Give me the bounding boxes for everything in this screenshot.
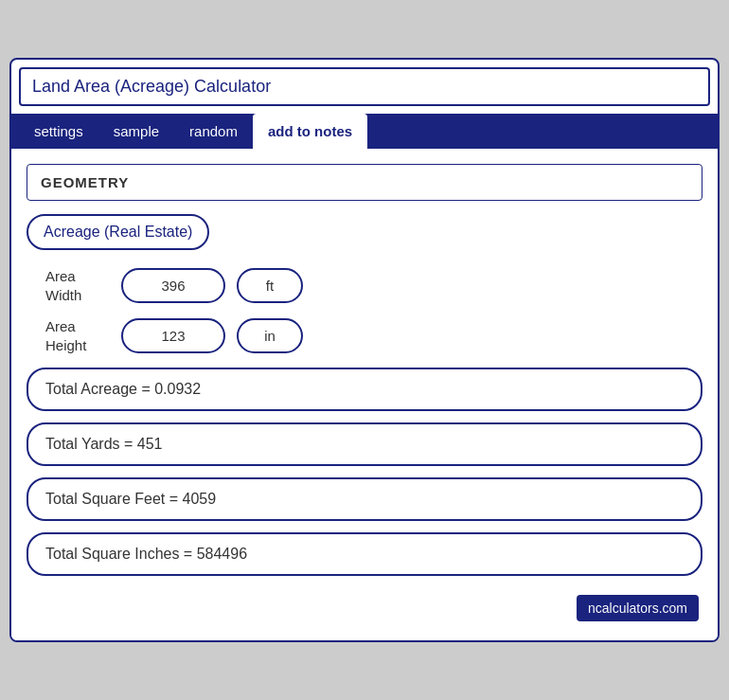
tab-settings[interactable]: settings — [19, 114, 98, 149]
section-header: GEOMETRY — [27, 164, 702, 201]
result-total-sq-feet: Total Square Feet = 4059 — [27, 477, 702, 521]
watermark-area: ncalculators.com — [27, 587, 702, 625]
result-total-yards: Total Yards = 451 — [27, 422, 702, 466]
field-row-height: AreaHeight in — [27, 317, 702, 354]
field-label-width: AreaWidth — [45, 267, 121, 304]
subsection-label: Acreage (Real Estate) — [27, 214, 209, 250]
area-width-input[interactable] — [121, 268, 225, 303]
field-row-width: AreaWidth ft — [27, 267, 702, 304]
result-total-sq-inches: Total Square Inches = 584496 — [27, 532, 702, 576]
calculator-container: Land Area (Acreage) Calculator settings … — [9, 58, 720, 642]
result-total-acreage: Total Acreage = 0.0932 — [27, 368, 702, 411]
tab-random[interactable]: random — [174, 114, 253, 149]
area-height-unit: in — [237, 318, 303, 353]
tab-bar: settings sample random add to notes — [11, 114, 718, 149]
watermark-badge: ncalculators.com — [577, 595, 699, 621]
content-area: GEOMETRY Acreage (Real Estate) AreaWidth… — [11, 149, 718, 640]
tab-sample[interactable]: sample — [98, 114, 174, 149]
title-bar: Land Area (Acreage) Calculator — [19, 67, 710, 106]
area-height-input[interactable] — [121, 318, 225, 353]
calculator-title: Land Area (Acreage) Calculator — [32, 77, 271, 96]
area-width-unit: ft — [237, 268, 303, 303]
field-label-height: AreaHeight — [45, 317, 121, 354]
tab-add-to-notes[interactable]: add to notes — [253, 114, 367, 149]
